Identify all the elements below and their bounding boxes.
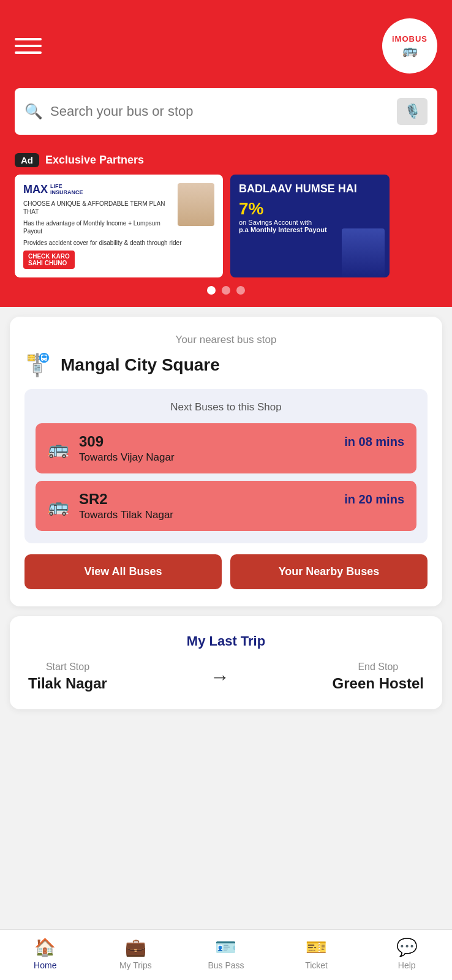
next-buses-card: Next Buses to this Shop 🚌 309 in 08 mins… bbox=[24, 389, 428, 543]
max-life-logo: MAX LIFEINSURANCE bbox=[23, 183, 173, 196]
bottom-nav: 🏠 Home 💼 My Trips 🪪 Bus Pass 🎫 Ticket 💬 … bbox=[0, 929, 452, 980]
nav-ticket[interactable]: 🎫 Ticket bbox=[292, 937, 341, 970]
nav-help-label: Help bbox=[398, 960, 416, 970]
dot-1[interactable] bbox=[207, 286, 216, 295]
last-trip-title: My Last Trip bbox=[28, 633, 424, 649]
bus-icon-sr2: 🚌 bbox=[48, 496, 69, 516]
bus-info-sr2: SR2 in 20 mins Towards Tilak Nagar bbox=[79, 491, 404, 521]
ad-card2-ratesuffix: on Savings Account with bbox=[239, 219, 381, 226]
ad-card-badlaav[interactable]: BADLAAV HUMSE HAI 7% on Savings Account … bbox=[230, 175, 390, 277]
app-logo: iMOBUS 🚌 bbox=[382, 18, 437, 74]
ticket-icon: 🎫 bbox=[306, 937, 327, 957]
next-buses-title: Next Buses to this Shop bbox=[36, 401, 416, 413]
hamburger-menu[interactable] bbox=[15, 38, 42, 54]
trips-icon: 💼 bbox=[125, 937, 146, 957]
dot-2[interactable] bbox=[222, 286, 230, 295]
nav-my-trips[interactable]: 💼 My Trips bbox=[111, 937, 160, 970]
bus-direction-309: Towards Vijay Nagar bbox=[79, 451, 404, 464]
stop-name: Mangal City Square bbox=[61, 355, 220, 375]
view-all-buses-button[interactable]: View All Buses bbox=[24, 554, 222, 589]
help-icon: 💬 bbox=[396, 937, 418, 957]
search-input[interactable] bbox=[50, 104, 390, 119]
action-buttons: View All Buses Your Nearby Buses bbox=[24, 554, 428, 589]
bus-row-309[interactable]: 🚌 309 in 08 mins Towards Vijay Nagar bbox=[36, 423, 416, 473]
nav-trips-label: My Trips bbox=[119, 960, 152, 970]
nearby-buses-button[interactable]: Your Nearby Buses bbox=[230, 554, 428, 589]
last-trip-card: My Last Trip Start Stop Tilak Nagar → En… bbox=[10, 616, 442, 709]
trip-row: Start Stop Tilak Nagar → End Stop Green … bbox=[28, 662, 424, 692]
ad-label-row: Ad Exclusive Partners bbox=[15, 153, 437, 167]
nav-ticket-label: Ticket bbox=[305, 960, 328, 970]
nav-home-label: Home bbox=[34, 960, 56, 970]
nearest-stop-label: Your nearest bus stop bbox=[24, 334, 428, 346]
ad-card2-headline: BADLAAV HUMSE HAI bbox=[239, 183, 381, 195]
nav-pass-label: Bus Pass bbox=[208, 960, 244, 970]
nav-bus-pass[interactable]: 🪪 Bus Pass bbox=[202, 937, 250, 970]
trip-start-name: Tilak Nagar bbox=[28, 675, 107, 692]
ad-card-maxlife[interactable]: MAX LIFEINSURANCE CHOOSE A UNIQUE & AFFO… bbox=[15, 175, 223, 277]
trip-end-label: End Stop bbox=[333, 662, 424, 673]
search-section: 🔍 🎙️ bbox=[0, 88, 452, 153]
trip-start-label: Start Stop bbox=[28, 662, 107, 673]
bus-row-sr2[interactable]: 🚌 SR2 in 20 mins Towards Tilak Nagar bbox=[36, 481, 416, 531]
ad-badge: Ad bbox=[15, 153, 39, 167]
logo-bus-icon: 🚌 bbox=[402, 43, 418, 57]
ad-title: Exclusive Partners bbox=[45, 154, 144, 167]
bus-number-309: 309 bbox=[79, 433, 104, 450]
mic-button[interactable]: 🎙️ bbox=[397, 98, 428, 125]
home-icon: 🏠 bbox=[34, 937, 56, 957]
ad-card1-cta[interactable]: CHECK KAROSAHI CHUNO bbox=[23, 251, 75, 269]
bus-icon-309: 🚌 bbox=[48, 439, 69, 459]
header: iMOBUS 🚌 bbox=[0, 0, 452, 88]
search-icon: 🔍 bbox=[24, 103, 43, 120]
mic-icon: 🎙️ bbox=[404, 104, 421, 119]
bus-time-309: in 08 mins bbox=[344, 435, 404, 449]
nav-home[interactable]: 🏠 Home bbox=[21, 937, 70, 970]
trip-start-stop: Start Stop Tilak Nagar bbox=[28, 662, 107, 692]
bus-time-sr2: in 20 mins bbox=[344, 492, 404, 507]
trip-end-name: Green Hostel bbox=[333, 675, 424, 692]
bus-stop-icon: 🚏 bbox=[24, 352, 52, 378]
logo-text: iMOBUS bbox=[392, 35, 428, 43]
nearest-bus-stop-card: Your nearest bus stop 🚏 Mangal City Squa… bbox=[10, 317, 442, 606]
trip-end-stop: End Stop Green Hostel bbox=[333, 662, 424, 692]
search-bar: 🔍 🎙️ bbox=[15, 88, 437, 135]
ad-section: Ad Exclusive Partners MAX LIFEINSURANCE … bbox=[0, 153, 452, 307]
carousel-dots bbox=[15, 286, 437, 295]
ad-carousel: MAX LIFEINSURANCE CHOOSE A UNIQUE & AFFO… bbox=[15, 175, 437, 277]
trip-arrow-icon: → bbox=[210, 666, 230, 688]
ad-card2-rate: 7% bbox=[239, 199, 263, 219]
bus-direction-sr2: Towards Tilak Nagar bbox=[79, 509, 404, 521]
ad-card1-point2: Provides accident cover for disability &… bbox=[23, 239, 214, 247]
bus-pass-icon: 🪪 bbox=[215, 937, 236, 957]
bus-info-309: 309 in 08 mins Towards Vijay Nagar bbox=[79, 433, 404, 464]
dot-3[interactable] bbox=[236, 286, 245, 295]
stop-name-row: 🚏 Mangal City Square bbox=[24, 352, 428, 378]
bus-number-sr2: SR2 bbox=[79, 491, 108, 508]
nav-help[interactable]: 💬 Help bbox=[382, 937, 431, 970]
